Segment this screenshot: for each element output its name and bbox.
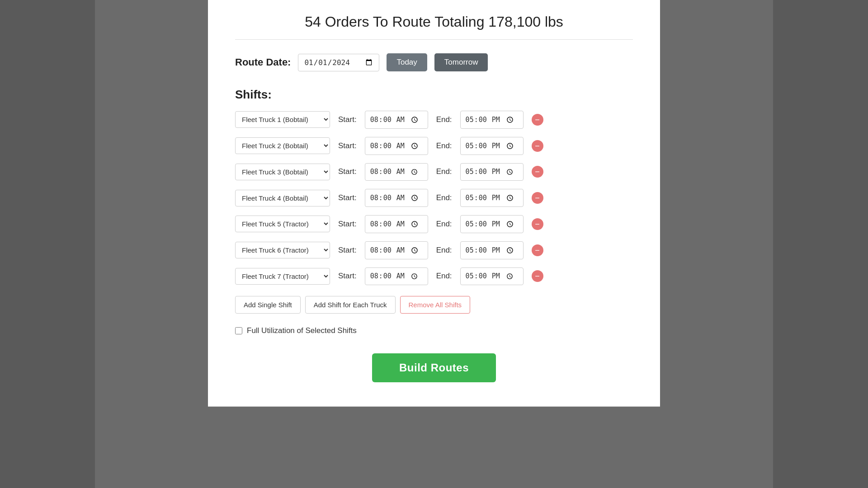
full-utilization-row: Full Utilization of Selected Shifts [235, 326, 633, 335]
start-time-wrapper-7[interactable] [365, 267, 428, 286]
route-date-label: Route Date: [235, 56, 291, 68]
remove-shift-button-2[interactable]: − [532, 140, 543, 152]
truck-select-6[interactable]: Fleet Truck 1 (Bobtail)Fleet Truck 2 (Bo… [235, 242, 330, 258]
shift-row-1: Fleet Truck 1 (Bobtail)Fleet Truck 2 (Bo… [235, 111, 633, 129]
add-shift-each-truck-button[interactable]: Add Shift for Each Truck [305, 296, 396, 314]
end-label-3: End: [436, 167, 452, 176]
truck-select-5[interactable]: Fleet Truck 1 (Bobtail)Fleet Truck 2 (Bo… [235, 216, 330, 232]
end-time-input-6[interactable] [465, 245, 515, 255]
date-input-wrapper[interactable] [298, 54, 379, 71]
end-time-wrapper-5[interactable] [460, 215, 524, 233]
start-label-5: Start: [338, 220, 357, 229]
start-time-wrapper-4[interactable] [365, 189, 428, 207]
end-time-wrapper-6[interactable] [460, 241, 524, 259]
start-time-input-1[interactable] [370, 115, 420, 125]
shift-row-3: Fleet Truck 1 (Bobtail)Fleet Truck 2 (Bo… [235, 163, 633, 181]
start-time-wrapper-6[interactable] [365, 241, 428, 259]
start-label-2: Start: [338, 141, 357, 150]
truck-select-1[interactable]: Fleet Truck 1 (Bobtail)Fleet Truck 2 (Bo… [235, 111, 330, 128]
end-time-input-5[interactable] [465, 219, 515, 229]
start-time-wrapper-3[interactable] [365, 163, 428, 181]
start-label-4: Start: [338, 193, 357, 202]
start-time-wrapper-1[interactable] [365, 111, 428, 129]
shift-row-5: Fleet Truck 1 (Bobtail)Fleet Truck 2 (Bo… [235, 215, 633, 233]
start-time-wrapper-5[interactable] [365, 215, 428, 233]
end-time-wrapper-1[interactable] [460, 111, 524, 129]
end-time-input-7[interactable] [465, 272, 515, 282]
start-time-input-3[interactable] [370, 167, 420, 177]
end-time-input-2[interactable] [465, 141, 515, 151]
build-routes-container: Build Routes [235, 353, 633, 382]
start-time-input-6[interactable] [370, 245, 420, 255]
end-label-4: End: [436, 193, 452, 202]
remove-shift-button-3[interactable]: − [532, 166, 543, 178]
main-modal: 54 Orders To Route Totaling 178,100 lbs … [208, 0, 660, 407]
remove-shift-button-4[interactable]: − [532, 192, 543, 204]
full-utilization-label: Full Utilization of Selected Shifts [247, 326, 357, 335]
end-time-input-4[interactable] [465, 193, 515, 203]
end-time-input-3[interactable] [465, 167, 515, 177]
add-single-shift-button[interactable]: Add Single Shift [235, 296, 301, 314]
truck-select-7[interactable]: Fleet Truck 1 (Bobtail)Fleet Truck 2 (Bo… [235, 268, 330, 285]
tomorrow-button[interactable]: Tomorrow [434, 53, 488, 71]
start-label-7: Start: [338, 272, 357, 281]
end-label-7: End: [436, 272, 452, 281]
background-left [0, 0, 95, 488]
shift-row-6: Fleet Truck 1 (Bobtail)Fleet Truck 2 (Bo… [235, 241, 633, 259]
start-time-wrapper-2[interactable] [365, 137, 428, 155]
truck-select-3[interactable]: Fleet Truck 1 (Bobtail)Fleet Truck 2 (Bo… [235, 164, 330, 180]
date-field[interactable] [304, 58, 373, 67]
shifts-container: Fleet Truck 1 (Bobtail)Fleet Truck 2 (Bo… [235, 111, 633, 285]
start-time-input-2[interactable] [370, 141, 420, 151]
end-time-wrapper-2[interactable] [460, 137, 524, 155]
route-date-row: Route Date: Today Tomorrow [235, 53, 633, 71]
build-routes-button[interactable]: Build Routes [372, 353, 496, 382]
start-label-6: Start: [338, 246, 357, 255]
end-label-1: End: [436, 115, 452, 124]
action-buttons-row: Add Single Shift Add Shift for Each Truc… [235, 296, 633, 314]
shift-row-7: Fleet Truck 1 (Bobtail)Fleet Truck 2 (Bo… [235, 267, 633, 286]
start-label-3: Start: [338, 167, 357, 176]
end-time-wrapper-4[interactable] [460, 189, 524, 207]
end-label-2: End: [436, 141, 452, 150]
shift-row-2: Fleet Truck 1 (Bobtail)Fleet Truck 2 (Bo… [235, 137, 633, 155]
end-time-wrapper-7[interactable] [460, 267, 524, 286]
page-title: 54 Orders To Route Totaling 178,100 lbs [235, 14, 633, 40]
remove-shift-button-5[interactable]: − [532, 218, 543, 230]
start-time-input-4[interactable] [370, 193, 420, 203]
today-button[interactable]: Today [387, 53, 427, 71]
truck-select-4[interactable]: Fleet Truck 1 (Bobtail)Fleet Truck 2 (Bo… [235, 190, 330, 206]
end-time-input-1[interactable] [465, 115, 515, 125]
end-label-6: End: [436, 246, 452, 255]
end-label-5: End: [436, 220, 452, 229]
full-utilization-checkbox[interactable] [235, 327, 242, 334]
start-time-input-5[interactable] [370, 219, 420, 229]
truck-select-2[interactable]: Fleet Truck 1 (Bobtail)Fleet Truck 2 (Bo… [235, 137, 330, 154]
start-label-1: Start: [338, 115, 357, 124]
shifts-label: Shifts: [235, 88, 633, 102]
remove-all-shifts-button[interactable]: Remove All Shifts [400, 296, 471, 314]
background-right [773, 0, 868, 488]
remove-shift-button-7[interactable]: − [532, 270, 543, 282]
remove-shift-button-6[interactable]: − [532, 244, 543, 256]
start-time-input-7[interactable] [370, 272, 420, 282]
remove-shift-button-1[interactable]: − [532, 114, 543, 126]
shift-row-4: Fleet Truck 1 (Bobtail)Fleet Truck 2 (Bo… [235, 189, 633, 207]
end-time-wrapper-3[interactable] [460, 163, 524, 181]
